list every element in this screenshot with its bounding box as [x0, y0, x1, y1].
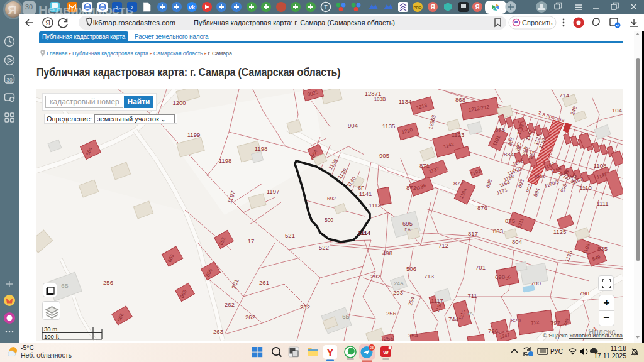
- svg-text:1108: 1108: [594, 162, 606, 169]
- svg-text:1110: 1110: [579, 184, 592, 191]
- svg-text:500: 500: [325, 217, 333, 223]
- svg-text:103В: 103В: [374, 96, 386, 102]
- svg-text:804: 804: [512, 238, 522, 245]
- svg-text:292: 292: [370, 273, 380, 280]
- svg-text:878: 878: [495, 126, 505, 133]
- svg-text:262: 262: [225, 301, 235, 308]
- svg-text:6Б: 6Б: [342, 313, 350, 320]
- svg-text:905: 905: [379, 152, 389, 159]
- svg-text:711: 711: [467, 292, 477, 299]
- svg-text:17: 17: [248, 238, 255, 244]
- svg-text:6Б: 6Б: [61, 282, 69, 289]
- svg-text:877: 877: [453, 180, 464, 187]
- svg-text:875: 875: [505, 217, 515, 224]
- svg-text:1135: 1135: [382, 123, 395, 129]
- svg-text:692: 692: [327, 195, 336, 202]
- svg-text:698: 698: [495, 273, 505, 280]
- svg-text:ik6map.roscadastres.com: ik6map.roscadastres.com: [93, 19, 175, 26]
- svg-text:1200: 1200: [172, 99, 186, 106]
- svg-text:714: 714: [559, 92, 569, 99]
- svg-text:1113: 1113: [369, 202, 381, 209]
- svg-text:1198: 1198: [255, 145, 267, 152]
- svg-text:254: 254: [408, 332, 418, 339]
- svg-text:521: 521: [285, 232, 295, 239]
- svg-text:876: 876: [477, 204, 487, 211]
- svg-text:261: 261: [259, 279, 269, 286]
- svg-text:РУС: РУС: [550, 348, 563, 355]
- svg-text:T: T: [324, 4, 328, 10]
- svg-text:vk: vk: [189, 4, 196, 11]
- svg-text:263: 263: [213, 328, 223, 335]
- svg-text:506: 506: [406, 265, 416, 272]
- svg-text:712: 712: [438, 242, 448, 249]
- svg-text:835: 835: [597, 245, 608, 252]
- svg-text:1114: 1114: [358, 229, 371, 236]
- svg-text:256: 256: [386, 310, 396, 317]
- svg-text:1198: 1198: [219, 157, 231, 164]
- svg-text:1134: 1134: [399, 98, 411, 105]
- svg-text:803: 803: [493, 228, 503, 234]
- svg-text:817: 817: [468, 230, 478, 237]
- svg-text:522: 522: [319, 244, 329, 251]
- svg-text:23: 23: [370, 346, 374, 349]
- svg-text:24А: 24А: [394, 280, 403, 287]
- svg-text:498: 498: [382, 250, 392, 256]
- svg-text:1197: 1197: [267, 188, 279, 195]
- svg-text:695: 695: [402, 220, 413, 227]
- svg-text:701: 701: [475, 264, 486, 271]
- svg-text:1125: 1125: [553, 228, 566, 235]
- svg-text:ЗА: ЗА: [467, 310, 473, 316]
- svg-text:1111: 1111: [596, 200, 608, 207]
- svg-text:Публичная кадастровая карта: г: Публичная кадастровая карта: г. Самара (…: [194, 19, 395, 26]
- svg-text:104: 104: [612, 107, 622, 114]
- svg-text:Y: Y: [326, 347, 334, 359]
- svg-text:Я: Я: [430, 4, 435, 11]
- svg-text:884: 884: [504, 151, 514, 158]
- svg-text:868: 868: [455, 96, 465, 103]
- svg-text:© Яндекс: © Яндекс: [543, 332, 568, 339]
- svg-text:700: 700: [531, 280, 541, 287]
- svg-text:262: 262: [245, 314, 255, 321]
- svg-text:713: 713: [424, 273, 434, 280]
- svg-text:Я: Я: [475, 4, 479, 11]
- svg-text:-5°C: -5°C: [21, 344, 35, 351]
- svg-text:255: 255: [384, 335, 394, 341]
- svg-text:712: 712: [530, 319, 540, 326]
- svg-text:820: 820: [511, 317, 521, 324]
- svg-text:796: 796: [488, 327, 498, 334]
- svg-text:871: 871: [419, 162, 430, 169]
- svg-text:904: 904: [348, 122, 358, 129]
- svg-text:856: 856: [535, 173, 545, 180]
- svg-text:W: W: [383, 349, 389, 356]
- svg-text:1199: 1199: [187, 131, 200, 138]
- svg-text:Условия использования: Условия использования: [569, 332, 623, 339]
- svg-text:Спросить: Спросить: [522, 19, 553, 26]
- svg-text:293: 293: [393, 289, 403, 296]
- svg-text:1123: 1123: [452, 131, 464, 138]
- svg-text:11:18: 11:18: [611, 344, 627, 352]
- svg-text:Я: Я: [45, 19, 50, 26]
- svg-text:PRO: PRO: [413, 6, 421, 9]
- svg-text:30: 30: [6, 77, 13, 83]
- svg-text:256: 256: [103, 279, 113, 286]
- svg-text:Неб. облачность: Неб. облачность: [21, 351, 72, 359]
- svg-text:798: 798: [579, 290, 589, 297]
- svg-text:232: 232: [300, 304, 310, 310]
- svg-text:17.11.2025: 17.11.2025: [594, 352, 626, 359]
- svg-text:Г А: Г А: [405, 228, 411, 231]
- svg-text:1141: 1141: [359, 190, 372, 197]
- svg-text:797: 797: [550, 319, 560, 326]
